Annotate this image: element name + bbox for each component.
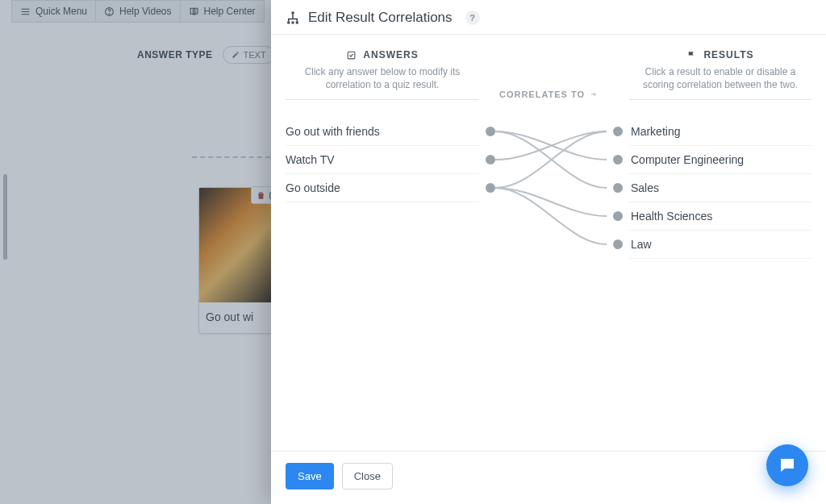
answer-node[interactable] — [486, 183, 495, 193]
answer-node[interactable] — [486, 155, 495, 165]
flag-icon — [686, 50, 697, 60]
result-label: Health Sciences — [631, 210, 712, 223]
results-column-header: RESULTS Click a result to enable or disa… — [629, 49, 811, 100]
edit-correlations-modal: Edit Result Correlations ? ANSWERS Click… — [271, 0, 826, 504]
arrow-right-icon — [590, 90, 598, 98]
answers-list: Go out with friends Watch TV Go outside — [286, 118, 479, 202]
result-row[interactable]: Law — [629, 231, 811, 259]
answers-heading: ANSWERS — [363, 49, 418, 60]
svg-rect-6 — [292, 22, 294, 24]
results-desc: Click a result to enable or disable a sc… — [629, 65, 811, 91]
result-row[interactable]: Computer Engineering — [629, 146, 811, 174]
results-heading: RESULTS — [703, 49, 753, 60]
results-list: Marketing Computer Engineering Sales Hea… — [629, 118, 811, 259]
close-button[interactable]: Close — [342, 463, 393, 489]
answers-desc: Click any answer below to modify its cor… — [286, 65, 479, 91]
result-node[interactable] — [613, 240, 623, 249]
result-label: Computer Engineering — [631, 153, 744, 166]
result-node[interactable] — [613, 183, 623, 193]
answer-row[interactable]: Go outside — [286, 174, 479, 202]
result-label: Law — [631, 238, 652, 251]
svg-rect-4 — [292, 12, 294, 15]
answer-label: Watch TV — [286, 153, 335, 166]
answers-column-header: ANSWERS Click any answer below to modify… — [286, 49, 479, 100]
result-row[interactable]: Sales — [629, 174, 811, 202]
result-label: Sales — [631, 181, 659, 194]
sitemap-icon — [286, 10, 300, 25]
svg-rect-5 — [287, 22, 290, 24]
chat-fab[interactable] — [766, 444, 808, 486]
svg-rect-7 — [296, 22, 298, 24]
answer-node[interactable] — [486, 127, 495, 136]
chat-icon — [778, 456, 797, 475]
answer-row[interactable]: Go out with friends — [286, 118, 479, 146]
result-row[interactable]: Marketing — [629, 118, 811, 146]
check-square-icon — [346, 50, 357, 60]
result-row[interactable]: Health Sciences — [629, 202, 811, 231]
correlates-to-label: CORRELATES TO — [499, 90, 598, 99]
svg-rect-8 — [348, 52, 355, 59]
result-node[interactable] — [613, 155, 623, 165]
answer-row[interactable]: Watch TV — [286, 146, 479, 174]
modal-title: Edit Result Correlations — [308, 10, 453, 26]
save-button[interactable]: Save — [286, 463, 334, 489]
modal-help-badge[interactable]: ? — [465, 10, 480, 25]
answer-label: Go out with friends — [286, 125, 380, 138]
result-node[interactable] — [613, 211, 623, 221]
answer-label: Go outside — [286, 181, 340, 194]
result-node[interactable] — [613, 127, 623, 136]
result-label: Marketing — [631, 125, 680, 138]
